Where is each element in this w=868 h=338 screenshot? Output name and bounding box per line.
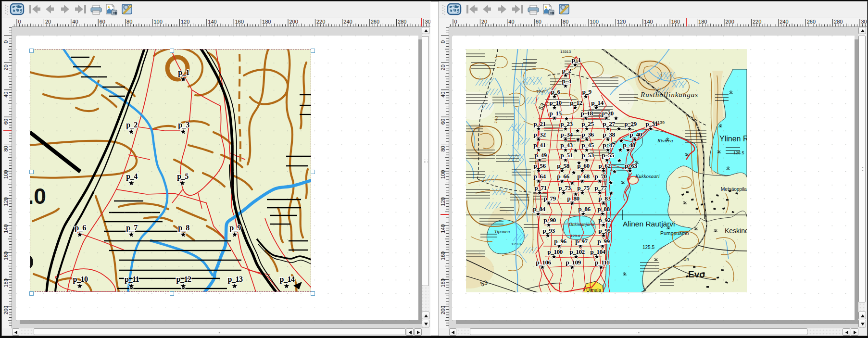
svg-text:20: 20 bbox=[3, 64, 9, 70]
svg-text:60: 60 bbox=[536, 19, 541, 25]
svg-text:120: 120 bbox=[3, 197, 9, 206]
svg-text:60: 60 bbox=[3, 119, 9, 125]
svg-text:60: 60 bbox=[100, 19, 105, 25]
svg-text:240: 240 bbox=[780, 19, 788, 25]
svg-text:180: 180 bbox=[698, 19, 707, 25]
svg-text:20: 20 bbox=[45, 19, 51, 25]
svg-text:220: 220 bbox=[316, 19, 325, 25]
svg-text:100: 100 bbox=[154, 19, 163, 25]
svg-text:180: 180 bbox=[440, 278, 446, 287]
svg-text:0: 0 bbox=[18, 19, 21, 25]
svg-text:0: 0 bbox=[3, 40, 9, 43]
svg-text:280: 280 bbox=[834, 19, 843, 25]
svg-text:80: 80 bbox=[126, 19, 132, 25]
svg-text:300: 300 bbox=[425, 19, 431, 25]
svg-text:200: 200 bbox=[440, 306, 446, 314]
svg-text:40: 40 bbox=[508, 19, 514, 25]
svg-text:80: 80 bbox=[563, 19, 568, 25]
svg-text:200: 200 bbox=[726, 19, 734, 25]
svg-text:100: 100 bbox=[440, 170, 446, 179]
svg-text:40: 40 bbox=[3, 92, 9, 98]
svg-text:80: 80 bbox=[3, 146, 9, 151]
svg-text:60: 60 bbox=[440, 119, 446, 125]
svg-text:20: 20 bbox=[481, 19, 487, 25]
svg-text:120: 120 bbox=[617, 19, 626, 25]
svg-text:120: 120 bbox=[181, 19, 189, 25]
svg-text:0: 0 bbox=[440, 40, 446, 43]
svg-text:120: 120 bbox=[440, 197, 446, 206]
svg-text:300: 300 bbox=[861, 19, 868, 25]
svg-text:80: 80 bbox=[440, 146, 446, 151]
svg-text:260: 260 bbox=[371, 19, 379, 25]
svg-text:100: 100 bbox=[590, 19, 599, 25]
svg-text:200: 200 bbox=[3, 306, 9, 314]
svg-text:40: 40 bbox=[440, 92, 446, 98]
svg-text:160: 160 bbox=[3, 251, 9, 260]
svg-text:160: 160 bbox=[440, 251, 446, 260]
svg-text:140: 140 bbox=[440, 224, 446, 233]
svg-text:160: 160 bbox=[671, 19, 680, 25]
svg-text:20: 20 bbox=[440, 64, 446, 70]
svg-text:260: 260 bbox=[807, 19, 816, 25]
svg-text:240: 240 bbox=[343, 19, 352, 25]
svg-text:140: 140 bbox=[3, 224, 9, 233]
svg-text:100: 100 bbox=[3, 170, 9, 179]
svg-text:220: 220 bbox=[753, 19, 761, 25]
svg-text:280: 280 bbox=[398, 19, 406, 25]
svg-text:180: 180 bbox=[262, 19, 271, 25]
svg-text:200: 200 bbox=[289, 19, 298, 25]
svg-text:180: 180 bbox=[3, 278, 9, 287]
svg-text:140: 140 bbox=[644, 19, 653, 25]
svg-text:160: 160 bbox=[235, 19, 244, 25]
svg-text:140: 140 bbox=[208, 19, 216, 25]
svg-text:0: 0 bbox=[454, 19, 457, 25]
svg-text:40: 40 bbox=[72, 19, 78, 25]
